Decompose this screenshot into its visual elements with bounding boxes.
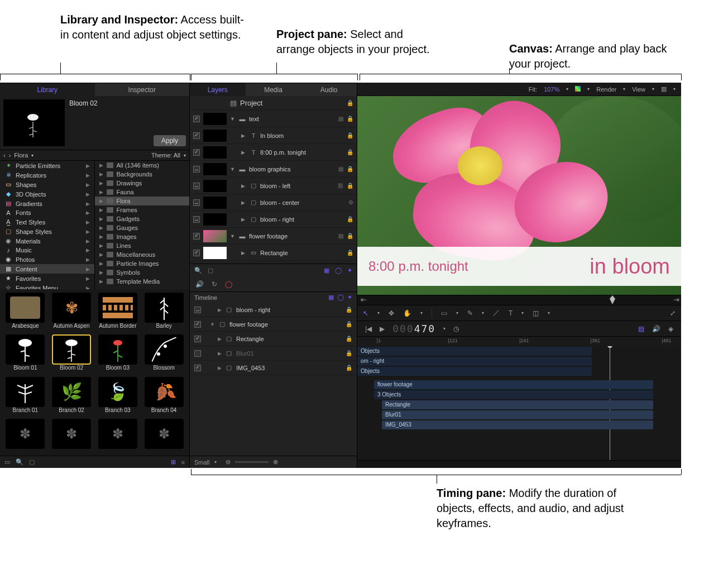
audio-toggle-icon[interactable]: 🔊 bbox=[652, 325, 660, 333]
track-objects[interactable]: Objects bbox=[357, 346, 676, 356]
timeline-row-rectangle[interactable]: ▶ ▢ Rectangle🔒 bbox=[190, 332, 357, 346]
grid-item-empty[interactable]: ✽ bbox=[142, 419, 186, 452]
select-tool-icon[interactable]: ↖ bbox=[363, 309, 368, 317]
disclosure-icon[interactable]: ▶ bbox=[241, 217, 247, 222]
expand-icon[interactable]: ⤢ bbox=[670, 309, 676, 317]
disclosure-icon[interactable]: ▶ bbox=[218, 351, 222, 356]
nav-back-icon[interactable]: ‹ bbox=[3, 152, 6, 159]
folder-frames[interactable]: ▶Frames bbox=[95, 205, 190, 214]
grid-item-empty[interactable]: ✽ bbox=[3, 419, 47, 452]
timeline-checkbox[interactable] bbox=[194, 321, 201, 328]
speaker-icon[interactable]: 🔊 bbox=[195, 280, 204, 288]
zoom-out-icon[interactable]: ⊖ bbox=[226, 458, 231, 466]
grid-item-empty[interactable]: ✽ bbox=[96, 419, 140, 452]
mask-icon[interactable]: ▦ bbox=[324, 267, 329, 274]
search-icon[interactable]: 🔍 bbox=[16, 458, 23, 466]
zoom-in-icon[interactable]: ⊕ bbox=[273, 458, 278, 466]
disclosure-icon[interactable]: ▼ bbox=[230, 233, 236, 239]
project-root-row[interactable]: ▤ Project 🔒 bbox=[190, 96, 357, 111]
size-dropdown[interactable]: Small bbox=[194, 459, 210, 466]
grid-item-blossom[interactable]: Blossom bbox=[142, 334, 186, 374]
track-bar[interactable]: flower footage bbox=[374, 380, 653, 389]
layer-checkbox[interactable] bbox=[193, 132, 200, 139]
grid-item-branch-04[interactable]: 🍂Branch 04 bbox=[142, 377, 186, 417]
frame-counter[interactable]: 000470 bbox=[392, 323, 435, 334]
behavior-icon[interactable]: ◯ bbox=[335, 267, 342, 274]
category-favorites[interactable]: ★Favorites▶ bbox=[0, 274, 94, 283]
content-grid[interactable]: Arabesque✾Autumn AspenAutumn BorderBarle… bbox=[0, 289, 189, 456]
fit-icon[interactable]: ▢ bbox=[208, 267, 213, 274]
folder-template-media[interactable]: ▶Template Media bbox=[95, 277, 190, 286]
layer-checkbox[interactable]: – bbox=[193, 166, 200, 173]
gear-icon[interactable]: ⚙ bbox=[348, 199, 353, 205]
layer-checkbox[interactable] bbox=[193, 116, 200, 122]
lock-icon[interactable]: 🔒 bbox=[347, 116, 353, 122]
category-photos[interactable]: ◉Photos▶ bbox=[0, 255, 94, 264]
stack-icon[interactable]: ▤ bbox=[338, 116, 343, 122]
timeline-tracks[interactable]: Objectsom - rightObjectsflower footage3 … bbox=[357, 346, 681, 460]
lock-icon[interactable]: 🔒 bbox=[347, 132, 353, 138]
lock-icon[interactable]: 🔒 bbox=[347, 216, 353, 222]
filter-icon[interactable]: ✦ bbox=[347, 267, 352, 274]
time-ruler[interactable]: |1|121|241|361|481 bbox=[357, 336, 681, 346]
view-menu[interactable]: View bbox=[632, 86, 645, 93]
track-img-0453[interactable]: IMG_0453 bbox=[357, 420, 676, 430]
category-3d-objects[interactable]: ◆3D Objects▶ bbox=[0, 189, 94, 199]
folder-backgrounds[interactable]: ▶Backgrounds bbox=[95, 170, 190, 179]
tab-inspector[interactable]: Inspector bbox=[95, 83, 190, 96]
render-menu[interactable]: Render bbox=[596, 86, 616, 93]
layer-row-rectangle[interactable]: ▶▭Rectangle🔒 bbox=[190, 245, 357, 261]
disclosure-icon[interactable]: ▼ bbox=[210, 322, 215, 327]
category-fonts[interactable]: AFonts▶ bbox=[0, 208, 94, 217]
folder-list[interactable]: ▶All (1346 items)▶Backgrounds▶Drawings▶F… bbox=[95, 161, 190, 289]
grid-item-autumn-border[interactable]: Autumn Border bbox=[96, 293, 140, 332]
lock-icon[interactable]: 🔒 bbox=[347, 250, 353, 256]
lock-icon[interactable]: 🔒 bbox=[347, 166, 353, 172]
layer-row-text[interactable]: ▼▬text▤ 🔒 bbox=[190, 111, 357, 127]
zoom-value[interactable]: 107% bbox=[544, 86, 559, 93]
folder-symbols[interactable]: ▶Symbols bbox=[95, 268, 190, 277]
layer-checkbox[interactable]: – bbox=[193, 183, 200, 189]
stack-icon[interactable]: ▤ bbox=[338, 233, 343, 239]
lock-icon[interactable]: 🔒 bbox=[347, 233, 353, 239]
disclosure-icon[interactable]: ▶ bbox=[241, 200, 247, 205]
keyframe-editor-icon[interactable]: ◈ bbox=[668, 325, 673, 333]
apply-button[interactable]: Apply bbox=[154, 135, 186, 146]
folder-fauna[interactable]: ▶Fauna bbox=[95, 188, 190, 197]
folder-gauges[interactable]: ▶Gauges bbox=[95, 223, 190, 232]
layer-checkbox[interactable] bbox=[193, 233, 200, 240]
timeline-row-bloom-right[interactable]: –▶ ▢ bloom - right🔒 bbox=[190, 303, 357, 317]
grid-view-icon[interactable]: ⊞ bbox=[171, 458, 176, 466]
path-icon[interactable]: ▭ bbox=[4, 458, 10, 466]
layer-checkbox[interactable]: – bbox=[193, 199, 200, 206]
grid-item-bloom-01[interactable]: Bloom 01 bbox=[3, 334, 47, 374]
category-particle-emitters[interactable]: ✶Particle Emitters▶ bbox=[0, 161, 94, 170]
link-icon[interactable]: ⛓ bbox=[338, 183, 343, 189]
disclosure-icon[interactable]: ▶ bbox=[218, 307, 222, 313]
breadcrumb[interactable]: Flora bbox=[14, 152, 28, 159]
timeline-scrollbar[interactable] bbox=[357, 460, 681, 468]
pan-tool-icon[interactable]: ✋ bbox=[403, 309, 411, 317]
tab-audio[interactable]: Audio bbox=[301, 83, 357, 96]
track-bar[interactable]: Blur01 bbox=[382, 410, 653, 419]
disclosure-icon[interactable]: ▼ bbox=[230, 166, 236, 172]
timeline-checkbox[interactable] bbox=[194, 336, 201, 342]
record-icon[interactable]: ◯ bbox=[225, 280, 232, 288]
3d-transform-icon[interactable]: ✥ bbox=[389, 309, 394, 317]
folder-lines[interactable]: ▶Lines bbox=[95, 241, 190, 250]
layer-row-flower-footage[interactable]: ▼▬flower footage▤ 🔒 bbox=[190, 228, 357, 245]
folder-gadgets[interactable]: ▶Gadgets bbox=[95, 214, 190, 223]
nav-fwd-icon[interactable]: › bbox=[9, 152, 11, 159]
folder-images[interactable]: ▶Images bbox=[95, 232, 190, 241]
text-tool-icon[interactable]: T bbox=[509, 309, 513, 317]
track-bar[interactable]: om - right bbox=[357, 357, 592, 366]
layers-list[interactable]: ▼▬text▤ 🔒▶TIn bloom🔒▶T8:00 p.m. tonight🔒… bbox=[190, 111, 357, 264]
tab-layers[interactable]: Layers bbox=[190, 83, 246, 96]
theme-dropdown[interactable]: Theme: All bbox=[151, 152, 180, 159]
grid-item-branch-03[interactable]: 🍃Branch 03 bbox=[96, 377, 140, 417]
tab-library[interactable]: Library bbox=[0, 83, 95, 96]
layer-checkbox[interactable] bbox=[193, 149, 200, 156]
loop-icon[interactable]: ↻ bbox=[212, 280, 217, 288]
folder-all-1346-items-[interactable]: ▶All (1346 items) bbox=[95, 161, 190, 170]
layer-row-8-00-p-m-tonight[interactable]: ▶T8:00 p.m. tonight🔒 bbox=[190, 144, 357, 161]
